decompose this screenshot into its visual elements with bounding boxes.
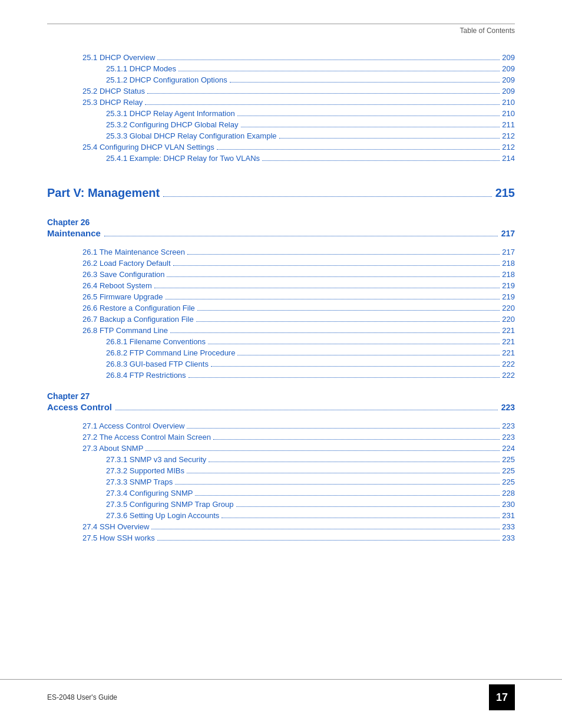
toc-entry[interactable]: 26.8.1 Filename Conventions221 <box>47 337 515 346</box>
chapter27-block: Chapter 27 Access Control 223 <box>47 391 515 412</box>
entry-label: 26.8.1 Filename Conventions <box>106 337 206 346</box>
entry-label: 27.3.5 Configuring SNMP Trap Group <box>106 500 234 509</box>
toc-entry[interactable]: 25.3.1 DHCP Relay Agent Information210 <box>47 108 515 118</box>
entry-dots <box>170 325 500 333</box>
toc-entry[interactable]: 26.1 The Maintenance Screen217 <box>47 247 515 256</box>
toc-entry[interactable]: 26.3 Save Configuration218 <box>47 269 515 279</box>
entry-page: 224 <box>502 444 515 453</box>
toc-entry[interactable]: 25.1.2 DHCP Configuration Options209 <box>47 75 515 84</box>
entry-dots <box>211 359 500 367</box>
entry-dots <box>237 348 500 355</box>
entry-page: 219 <box>502 292 515 301</box>
toc-entry[interactable]: 27.3.6 Setting Up Login Accounts231 <box>47 510 515 520</box>
toc-entry[interactable]: 27.2 The Access Control Main Screen223 <box>47 432 515 442</box>
entry-label: 26.7 Backup a Configuration File <box>82 315 194 324</box>
footer-page-number: 17 <box>489 684 515 710</box>
entry-page: 230 <box>502 500 515 509</box>
entry-page: 212 <box>502 131 515 140</box>
entry-page: 225 <box>502 477 515 486</box>
footer-left-text: ES-2048 User's Guide <box>47 693 117 701</box>
toc-entry[interactable]: 26.7 Backup a Configuration File220 <box>47 314 515 324</box>
entry-dots <box>187 247 500 255</box>
entry-label: 25.3 DHCP Relay <box>82 98 143 107</box>
toc-entry[interactable]: 27.5 How SSH works233 <box>47 533 515 542</box>
entry-label: 25.3.1 DHCP Relay Agent Information <box>106 109 235 118</box>
part5-dots <box>163 189 491 197</box>
entry-dots <box>189 370 500 378</box>
entry-label: 25.1.1 DHCP Modes <box>106 64 176 73</box>
toc-entry[interactable]: 26.6 Restore a Configuration File220 <box>47 303 515 312</box>
entry-page: 214 <box>502 154 515 163</box>
toc-entry[interactable]: 26.8 FTP Command Line221 <box>47 325 515 335</box>
chapter26-dots <box>104 229 498 236</box>
chapter26-page: 217 <box>501 229 515 238</box>
entry-label: 27.3.3 SNMP Traps <box>106 477 173 486</box>
entry-label: 27.4 SSH Overview <box>82 522 149 531</box>
toc-entry[interactable]: 27.4 SSH Overview233 <box>47 522 515 531</box>
entry-page: 209 <box>502 75 515 84</box>
toc-entry[interactable]: 26.4 Reboot System219 <box>47 281 515 290</box>
toc-entry[interactable]: 27.3 About SNMP224 <box>47 443 515 453</box>
entry-label: 26.5 Firmware Upgrade <box>82 292 163 301</box>
entry-page: 212 <box>502 143 515 151</box>
entry-label: 25.2 DHCP Status <box>82 87 145 95</box>
entry-dots <box>196 314 500 322</box>
toc-entry[interactable]: 25.4 Configuring DHCP VLAN Settings212 <box>47 142 515 151</box>
chapter26-block: Chapter 26 Maintenance 217 <box>47 218 515 238</box>
entry-label: 27.1 Access Control Overview <box>82 421 184 430</box>
entry-dots <box>187 466 500 473</box>
toc-entry[interactable]: 26.8.3 GUI-based FTP Clients222 <box>47 359 515 368</box>
entry-label: 25.4 Configuring DHCP VLAN Settings <box>82 143 214 151</box>
entry-dots <box>262 153 500 161</box>
toc-entry[interactable]: 26.2 Load Factory Default218 <box>47 258 515 268</box>
toc-entry[interactable]: 27.3.5 Configuring SNMP Trap Group230 <box>47 499 515 509</box>
entry-page: 219 <box>502 281 515 290</box>
toc-entry[interactable]: 25.1.1 DHCP Modes209 <box>47 64 515 73</box>
entry-label: 27.3.4 Configuring SNMP <box>106 489 193 498</box>
chapter27-label: Chapter 27 <box>47 391 515 401</box>
entry-label: 26.1 The Maintenance Screen <box>82 248 185 256</box>
toc-entry[interactable]: 25.2 DHCP Status209 <box>47 86 515 95</box>
entry-label: 27.3.6 Setting Up Login Accounts <box>106 511 219 520</box>
toc-entry[interactable]: 26.8.2 FTP Command Line Procedure221 <box>47 348 515 357</box>
entry-label: 26.2 Load Factory Default <box>82 259 171 268</box>
entry-dots <box>145 97 500 105</box>
chapter26-title-line: Maintenance 217 <box>47 228 515 238</box>
toc-entry[interactable]: 26.8.4 FTP Restrictions222 <box>47 370 515 380</box>
toc-entry[interactable]: 25.3.2 Configuring DHCP Global Relay211 <box>47 120 515 129</box>
entry-page: 233 <box>502 533 515 542</box>
entry-label: 25.1.2 DHCP Configuration Options <box>106 75 227 84</box>
toc-entry[interactable]: 25.3.3 Global DHCP Relay Configuration E… <box>47 131 515 140</box>
toc-entry[interactable]: 27.3.3 SNMP Traps225 <box>47 477 515 486</box>
entry-page: 220 <box>502 304 515 312</box>
toc-entry[interactable]: 25.1 DHCP Overview209 <box>47 52 515 62</box>
entry-page: 218 <box>502 270 515 279</box>
entry-label: 26.6 Restore a Configuration File <box>82 304 195 312</box>
entry-dots <box>237 108 500 116</box>
part5-page: 215 <box>495 186 515 200</box>
toc-entry[interactable]: 27.3.2 Supported MIBs225 <box>47 466 515 475</box>
entry-label: 27.3 About SNMP <box>82 444 143 453</box>
entry-dots <box>217 142 500 150</box>
toc-entry[interactable]: 27.3.4 Configuring SNMP228 <box>47 488 515 498</box>
toc-entry[interactable]: 25.4.1 Example: DHCP Relay for Two VLANs… <box>47 153 515 163</box>
chapter27-title: Access Control <box>47 402 112 412</box>
entry-page: 222 <box>502 371 515 380</box>
entry-page: 211 <box>502 120 515 129</box>
chapter27-title-line: Access Control 223 <box>47 402 515 412</box>
entry-page: 231 <box>502 511 515 520</box>
entry-page: 222 <box>502 360 515 368</box>
entry-dots <box>146 443 500 451</box>
page: Table of Contents 25.1 DHCP Overview2092… <box>0 0 562 728</box>
entry-label: 27.2 The Access Control Main Screen <box>82 433 211 442</box>
entry-dots <box>222 510 500 518</box>
entry-dots <box>208 337 500 344</box>
entry-label: 26.4 Reboot System <box>82 281 152 290</box>
footer: ES-2048 User's Guide 17 <box>0 679 562 710</box>
toc-entry[interactable]: 26.5 Firmware Upgrade219 <box>47 292 515 301</box>
toc-entry[interactable]: 25.3 DHCP Relay210 <box>47 97 515 107</box>
toc-entry[interactable]: 27.3.1 SNMP v3 and Security225 <box>47 454 515 464</box>
toc-entry[interactable]: 27.1 Access Control Overview223 <box>47 421 515 430</box>
entry-dots <box>213 432 500 440</box>
entry-page: 210 <box>502 109 515 118</box>
